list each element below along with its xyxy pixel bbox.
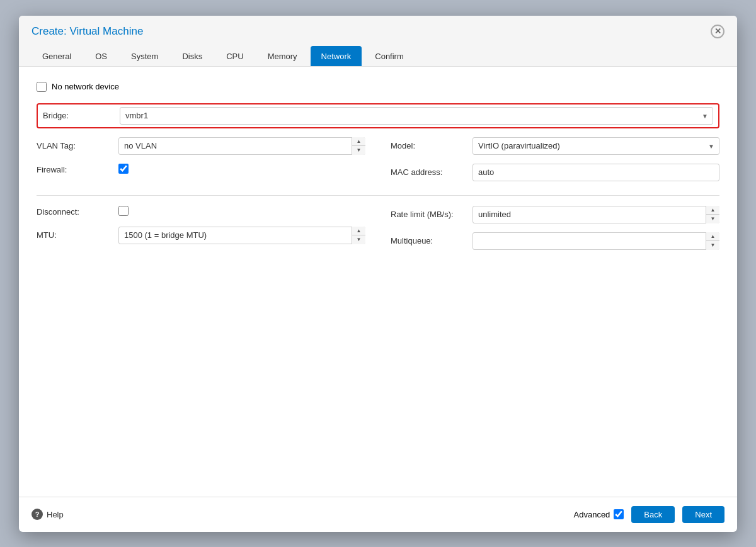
help-label: Help xyxy=(47,510,64,519)
tab-general[interactable]: General xyxy=(32,46,82,66)
advanced-checkbox[interactable] xyxy=(614,509,624,519)
multiqueue-label: Multiqueue: xyxy=(391,236,472,245)
vlan-control: ▲ ▼ xyxy=(118,137,365,155)
back-button[interactable]: Back xyxy=(631,506,675,523)
vlan-input[interactable] xyxy=(118,137,365,155)
right-column: Model: VirtIO (paravirtualized) ▼ MAC ad… xyxy=(391,137,719,190)
dialog-body: No network device Bridge: vmbr1 ▼ VLAN T… xyxy=(19,67,737,497)
multiqueue-input[interactable] xyxy=(472,232,719,250)
next-button[interactable]: Next xyxy=(682,506,724,523)
vlan-label: VLAN Tag: xyxy=(37,141,118,150)
mtu-spinner-wrapper: ▲ ▼ xyxy=(118,227,365,244)
mtu-row: MTU: ▲ ▼ xyxy=(37,227,365,244)
rate-limit-up-arrow-icon[interactable]: ▲ xyxy=(706,206,719,215)
tab-network[interactable]: Network xyxy=(311,46,362,66)
multiqueue-spinner-wrapper: ▲ ▼ xyxy=(472,232,719,250)
rate-limit-row: Rate limit (MB/s): ▲ ▼ xyxy=(391,206,719,223)
right-column-2: Rate limit (MB/s): ▲ ▼ Multiqueue: xyxy=(391,206,719,259)
multiqueue-down-arrow-icon[interactable]: ▼ xyxy=(706,241,719,250)
no-network-label: No network device xyxy=(52,82,119,91)
no-network-row: No network device xyxy=(37,82,719,92)
bridge-select-wrapper: vmbr1 ▼ xyxy=(120,107,713,125)
model-select[interactable]: VirtIO (paravirtualized) xyxy=(472,137,719,155)
mtu-down-arrow-icon[interactable]: ▼ xyxy=(352,235,365,244)
firewall-row: Firewall: xyxy=(37,164,365,176)
model-control: VirtIO (paravirtualized) ▼ xyxy=(472,137,719,155)
create-vm-dialog: Create: Virtual Machine ✕ General OS Sys… xyxy=(19,16,737,532)
firewall-label: Firewall: xyxy=(37,165,118,174)
model-select-wrapper: VirtIO (paravirtualized) ▼ xyxy=(472,137,719,155)
left-column: VLAN Tag: ▲ ▼ Firewall: xyxy=(37,137,365,190)
rate-limit-label: Rate limit (MB/s): xyxy=(391,210,472,219)
advanced-row: Advanced xyxy=(574,509,624,519)
rate-limit-spinner-wrapper: ▲ ▼ xyxy=(472,206,719,223)
form-section: VLAN Tag: ▲ ▼ Firewall: xyxy=(37,137,719,190)
mtu-up-arrow-icon[interactable]: ▲ xyxy=(352,227,365,236)
firewall-checkbox[interactable] xyxy=(118,164,129,174)
mac-row: MAC address: xyxy=(391,164,719,181)
mtu-label: MTU: xyxy=(37,230,118,240)
mtu-spinner-arrows: ▲ ▼ xyxy=(352,227,365,244)
bridge-label: Bridge: xyxy=(43,111,120,120)
left-column-2: Disconnect: MTU: ▲ ▼ xyxy=(37,206,365,259)
advanced-label: Advanced xyxy=(574,510,610,519)
tab-os[interactable]: OS xyxy=(84,46,118,66)
dialog-footer: ? Help Advanced Back Next xyxy=(19,497,737,532)
dialog-title: Create: Virtual Machine xyxy=(32,25,143,38)
disconnect-row: Disconnect: xyxy=(37,206,365,218)
form-section-2: Disconnect: MTU: ▲ ▼ xyxy=(37,206,719,259)
tab-memory[interactable]: Memory xyxy=(257,46,308,66)
multiqueue-up-arrow-icon[interactable]: ▲ xyxy=(706,232,719,242)
footer-right: Advanced Back Next xyxy=(574,506,724,523)
section-divider xyxy=(37,195,719,196)
model-label: Model: xyxy=(391,141,472,150)
multiqueue-row: Multiqueue: ▲ ▼ xyxy=(391,232,719,250)
rate-limit-input[interactable] xyxy=(472,206,719,223)
model-row: Model: VirtIO (paravirtualized) ▼ xyxy=(391,137,719,155)
no-network-checkbox[interactable] xyxy=(37,82,47,92)
firewall-control xyxy=(118,164,365,176)
mac-label: MAC address: xyxy=(391,167,472,177)
mac-input[interactable] xyxy=(472,164,719,181)
tab-system[interactable]: System xyxy=(120,46,169,66)
rate-limit-down-arrow-icon[interactable]: ▼ xyxy=(706,215,719,223)
vlan-spinner-arrows: ▲ ▼ xyxy=(352,137,365,155)
disconnect-checkbox[interactable] xyxy=(118,206,129,216)
rate-limit-control: ▲ ▼ xyxy=(472,206,719,223)
multiqueue-spinner-arrows: ▲ ▼ xyxy=(706,232,719,250)
disconnect-label: Disconnect: xyxy=(37,207,118,217)
close-button[interactable]: ✕ xyxy=(711,25,724,38)
tab-bar: General OS System Disks CPU Memory Netwo… xyxy=(32,46,724,66)
mac-control xyxy=(472,164,719,181)
mtu-control: ▲ ▼ xyxy=(118,227,365,244)
vlan-up-arrow-icon[interactable]: ▲ xyxy=(352,137,365,147)
vlan-spinner-wrapper: ▲ ▼ xyxy=(118,137,365,155)
disconnect-control xyxy=(118,206,365,218)
help-icon[interactable]: ? xyxy=(32,509,43,520)
vlan-down-arrow-icon[interactable]: ▼ xyxy=(352,146,365,155)
tab-disks[interactable]: Disks xyxy=(171,46,213,66)
rate-limit-spinner-arrows: ▲ ▼ xyxy=(706,206,719,223)
tab-cpu[interactable]: CPU xyxy=(215,46,254,66)
mtu-input[interactable] xyxy=(118,227,365,244)
bridge-select-container: vmbr1 ▼ xyxy=(120,107,713,125)
tab-confirm[interactable]: Confirm xyxy=(364,46,415,66)
bridge-field-wrapper: Bridge: vmbr1 ▼ xyxy=(37,103,719,128)
title-row: Create: Virtual Machine ✕ xyxy=(32,25,724,38)
footer-left: ? Help xyxy=(32,509,64,520)
bridge-select[interactable]: vmbr1 xyxy=(120,107,713,125)
vlan-row: VLAN Tag: ▲ ▼ xyxy=(37,137,365,155)
multiqueue-control: ▲ ▼ xyxy=(472,232,719,250)
dialog-header: Create: Virtual Machine ✕ General OS Sys… xyxy=(19,16,737,67)
